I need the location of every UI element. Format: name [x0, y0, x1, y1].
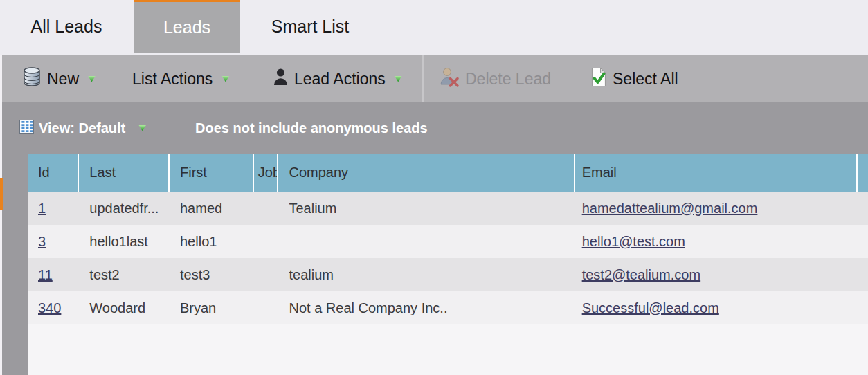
select-all-check-icon — [590, 67, 606, 91]
new-button[interactable]: New — [23, 55, 96, 102]
table-row[interactable]: 1 updatedfr... hamed Tealium hamedatteal… — [28, 192, 868, 225]
job-title-cell — [254, 258, 279, 291]
lead-actions-button[interactable]: Lead Actions — [273, 55, 402, 102]
anonymous-leads-note: Does not include anonymous leads — [195, 102, 428, 154]
last-name-cell: hello1last — [79, 225, 170, 258]
grid-view-icon — [19, 120, 34, 137]
email-cell: Successful@lead.com — [575, 291, 858, 324]
toolbar: New List Actions Lead Actions Delete Lea… — [0, 55, 868, 102]
column-header-id[interactable]: Id — [28, 154, 79, 192]
column-header-spacer — [858, 154, 868, 192]
last-name-cell: updatedfr... — [79, 192, 170, 225]
email-cell: hello1@test.com — [575, 225, 858, 258]
dropdown-arrow-icon — [221, 76, 229, 82]
column-header-job-title[interactable]: Job Title — [254, 154, 279, 192]
lead-id-link[interactable]: 340 — [38, 300, 61, 316]
lead-id-cell: 11 — [28, 258, 79, 291]
last-name-cell: Woodard — [79, 291, 170, 324]
email-link[interactable]: hello1@test.com — [582, 234, 685, 250]
lead-id-link[interactable]: 11 — [38, 267, 53, 283]
first-name-cell: test3 — [170, 258, 254, 291]
dropdown-arrow-icon — [395, 76, 402, 82]
email-cell: test2@tealium.com — [575, 258, 858, 291]
tab-all-leads[interactable]: All Leads — [7, 0, 126, 53]
table-row[interactable]: 3 hello1last hello1 hello1@test.com — [28, 225, 868, 258]
leads-grid: Id Last First Job Title Company Email 1 … — [28, 154, 868, 375]
job-title-cell — [254, 225, 279, 258]
lead-id-link[interactable]: 1 — [38, 201, 46, 217]
email-link[interactable]: Successful@lead.com — [582, 300, 719, 316]
dropdown-arrow-icon — [138, 125, 146, 131]
row-spacer — [858, 291, 868, 324]
delete-lead-button-disabled: Delete Lead — [440, 55, 551, 102]
toolbar-divider — [422, 55, 424, 102]
select-all-label: Select All — [613, 70, 678, 89]
first-name-cell: Bryan — [170, 291, 254, 324]
last-name-cell: test2 — [79, 258, 170, 291]
first-name-cell: hamed — [170, 192, 254, 225]
database-icon — [23, 66, 41, 91]
column-header-last[interactable]: Last — [79, 154, 170, 192]
tab-bar: All Leads Leads Smart List — [0, 0, 868, 55]
row-spacer — [858, 225, 868, 258]
view-selector[interactable]: View: Default — [19, 102, 146, 154]
company-cell: Not a Real Company Inc.. — [278, 291, 575, 324]
select-all-button[interactable]: Select All — [590, 55, 678, 102]
email-link[interactable]: hamedattealium@gmail.com — [582, 201, 758, 217]
table-row[interactable]: 340 Woodard Bryan Not a Real Company Inc… — [28, 291, 868, 324]
tab-smart-list[interactable]: Smart List — [249, 0, 371, 53]
job-title-cell — [254, 291, 279, 324]
view-selector-label: View: Default — [39, 120, 125, 136]
row-spacer — [858, 258, 868, 291]
job-title-cell — [254, 192, 279, 225]
view-bar: View: Default Does not include anonymous… — [0, 102, 868, 154]
lead-id-cell: 1 — [28, 192, 79, 225]
company-cell: Tealium — [278, 192, 575, 225]
person-icon — [273, 68, 288, 90]
list-actions-label: List Actions — [132, 70, 213, 89]
lead-id-cell: 340 — [28, 291, 79, 324]
company-cell — [278, 225, 575, 258]
company-cell: tealium — [278, 258, 575, 291]
delete-person-icon — [440, 67, 459, 91]
column-header-company[interactable]: Company — [278, 154, 575, 192]
delete-lead-label: Delete Lead — [465, 70, 551, 89]
list-actions-button[interactable]: List Actions — [132, 55, 229, 102]
row-spacer — [858, 192, 868, 225]
email-cell: hamedattealium@gmail.com — [575, 192, 858, 225]
lead-id-cell: 3 — [28, 225, 79, 258]
dropdown-arrow-icon — [88, 76, 96, 82]
grid-header-row: Id Last First Job Title Company Email — [28, 154, 868, 192]
new-button-label: New — [47, 70, 79, 89]
lead-actions-label: Lead Actions — [294, 70, 386, 89]
first-name-cell: hello1 — [170, 225, 254, 258]
table-row[interactable]: 11 test2 test3 tealium test2@tealium.com — [28, 258, 868, 291]
collapsed-panel-handle[interactable] — [0, 178, 3, 210]
column-header-first[interactable]: First — [170, 154, 254, 192]
lead-id-link[interactable]: 3 — [38, 234, 46, 250]
column-header-email[interactable]: Email — [575, 154, 858, 192]
left-edge-border — [0, 55, 2, 375]
tab-leads-active[interactable]: Leads — [134, 0, 240, 53]
email-link[interactable]: test2@tealium.com — [582, 267, 700, 283]
